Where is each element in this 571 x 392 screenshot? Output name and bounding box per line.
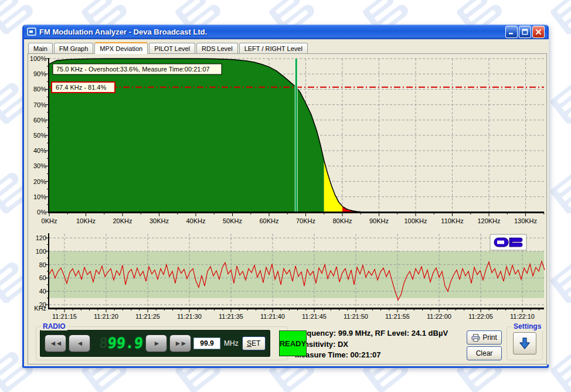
- printer-icon: [471, 334, 480, 342]
- arrow-down-icon: [518, 337, 531, 350]
- svg-text:120KHz: 120KHz: [477, 217, 500, 224]
- maximize-icon: [522, 29, 528, 35]
- svg-text:60: 60: [39, 274, 46, 281]
- control-bar: RADIO ◄◄ ◄ 899.9 ► ►► MHz SET READY Freq…: [36, 326, 543, 360]
- watermark-logo: [548, 0, 571, 36]
- watermark-logo: [548, 350, 571, 392]
- svg-text:0KHz: 0KHz: [42, 217, 57, 224]
- watermark-logo: [548, 171, 571, 216]
- svg-text:40: 40: [39, 288, 46, 295]
- rewind-icon: ◄◄: [50, 339, 62, 347]
- svg-text:90KHz: 90KHz: [369, 217, 389, 224]
- fast-forward-icon: ►►: [175, 339, 186, 347]
- app-icon: [27, 28, 36, 36]
- svg-text:100: 100: [36, 248, 46, 255]
- svg-text:20%: 20%: [33, 178, 46, 185]
- svg-text:0%: 0%: [37, 209, 46, 216]
- close-button[interactable]: [532, 26, 545, 38]
- clear-button[interactable]: Clear: [467, 346, 502, 360]
- svg-text:100%: 100%: [30, 56, 46, 62]
- title-bar[interactable]: FM Modulation Analyzer - Deva Broadcast …: [24, 25, 547, 39]
- svg-text:67.4 KHz - 81.4%: 67.4 KHz - 81.4%: [56, 84, 106, 91]
- frequency-rf-line: Frequency: 99.9 MHz, RF Level: 24.1 dBµV: [295, 328, 467, 339]
- svg-text:20KHz: 20KHz: [113, 217, 132, 224]
- maximize-button[interactable]: [519, 26, 531, 38]
- overshoot-annotation: 75.0 KHz - Overshoot:33.6%, Measure Time…: [53, 64, 222, 74]
- settings-group: Settings: [507, 326, 543, 360]
- radio-group-label: RADIO: [41, 322, 67, 330]
- svg-text:50KHz: 50KHz: [223, 217, 242, 224]
- tab-main[interactable]: Main: [28, 43, 53, 53]
- radio-group: RADIO ◄◄ ◄ 899.9 ► ►► MHz SET READY: [36, 326, 288, 360]
- action-buttons: Print Clear: [467, 330, 502, 360]
- frequency-display: 899.9: [92, 335, 144, 352]
- step-down-button[interactable]: ◄: [69, 335, 90, 352]
- svg-text:30%: 30%: [33, 162, 46, 169]
- frequency-input[interactable]: [193, 338, 220, 349]
- svg-text:10KHz: 10KHz: [76, 217, 96, 224]
- svg-text:11:21:35: 11:21:35: [219, 313, 243, 320]
- watermark-logo: [548, 261, 571, 305]
- measure-time-line: Measure Time: 00:21:07: [295, 350, 467, 361]
- close-icon: [535, 29, 542, 35]
- svg-text:50%: 50%: [33, 132, 46, 139]
- status-badge: READY: [279, 330, 307, 356]
- svg-text:11:21:15: 11:21:15: [52, 313, 77, 320]
- svg-text:60KHz: 60KHz: [259, 217, 278, 224]
- settings-group-label: Settings: [512, 322, 543, 330]
- tab-rds-level[interactable]: RDS Level: [196, 43, 238, 53]
- svg-text:40KHz: 40KHz: [186, 217, 205, 224]
- app-window: FM Modulation Analyzer - Deva Broadcast …: [22, 25, 549, 368]
- step-up-icon: ►: [154, 339, 159, 347]
- mhz-unit-label: MHz: [224, 339, 239, 347]
- minimize-icon: [508, 29, 515, 35]
- svg-text:80: 80: [39, 261, 46, 268]
- svg-text:130KHz: 130KHz: [514, 217, 537, 224]
- print-button[interactable]: Print: [467, 330, 502, 345]
- svg-text:11:21:55: 11:21:55: [385, 313, 410, 320]
- svg-text:11:22:05: 11:22:05: [468, 313, 493, 320]
- window-title: FM Modulation Analyzer - Deva Broadcast …: [39, 28, 504, 36]
- deva-logo: [490, 234, 526, 250]
- svg-text:90%: 90%: [33, 70, 46, 77]
- client-area: MainFM GraphMPX DeviationPILOT LevelRDS …: [26, 39, 549, 364]
- sensitivity-line: Sensitivity: DX: [295, 339, 467, 350]
- svg-text:70%: 70%: [33, 101, 46, 108]
- tuner-panel: ◄◄ ◄ 899.9 ► ►► MHz SET: [40, 330, 270, 357]
- svg-text:110KHz: 110KHz: [441, 217, 463, 224]
- svg-text:75.0 KHz - Overshoot:33.6%, Me: 75.0 KHz - Overshoot:33.6%, Measure Time…: [56, 66, 210, 73]
- svg-text:80%: 80%: [33, 86, 46, 93]
- svg-text:11:22:00: 11:22:00: [427, 313, 451, 320]
- svg-text:80KHz: 80KHz: [332, 217, 352, 224]
- tab-mpx-deviation[interactable]: MPX Deviation: [94, 42, 148, 54]
- khz-axis-unit: KHz: [34, 305, 46, 312]
- print-button-label: Print: [482, 333, 497, 342]
- measurement-status: Frequency: 99.9 MHz, RF Level: 24.1 dBµV…: [295, 326, 467, 360]
- minimize-button[interactable]: [505, 26, 518, 38]
- svg-text:11:21:50: 11:21:50: [344, 313, 368, 320]
- rewind-button[interactable]: ◄◄: [45, 335, 66, 352]
- deviation-history-chart: 20406080100120KHz11:21:1511:21:2011:21:2…: [28, 231, 545, 323]
- svg-text:11:21:40: 11:21:40: [260, 313, 285, 320]
- tab-fm-graph[interactable]: FM Graph: [54, 43, 94, 53]
- svg-text:10%: 10%: [33, 193, 46, 200]
- svg-text:100KHz: 100KHz: [404, 217, 427, 224]
- svg-text:11:22:10: 11:22:10: [510, 313, 535, 320]
- set-button[interactable]: SET: [242, 336, 266, 350]
- tab-left-right-level[interactable]: LEFT / RIGHT Level: [239, 43, 308, 53]
- svg-text:11:21:20: 11:21:20: [94, 313, 118, 320]
- set-button-label: S: [247, 339, 251, 347]
- fast-forward-button[interactable]: ►►: [169, 335, 191, 352]
- svg-text:60%: 60%: [33, 117, 46, 124]
- tab-pilot-level[interactable]: PILOT Level: [149, 43, 195, 53]
- step-up-button[interactable]: ►: [145, 335, 167, 352]
- svg-text:11:21:45: 11:21:45: [302, 313, 327, 320]
- tab-strip: MainFM GraphMPX DeviationPILOT LevelRDS …: [28, 41, 547, 53]
- svg-text:40%: 40%: [33, 147, 46, 154]
- cursor-annotation: 67.4 KHz - 81.4%: [52, 82, 115, 93]
- settings-button[interactable]: [513, 332, 536, 354]
- mpx-deviation-page: 0%10%20%30%40%50%60%70%80%90%100%0KHz10K…: [28, 53, 547, 364]
- deviation-area-yellow: [324, 161, 342, 212]
- safe-band: [49, 251, 544, 298]
- svg-text:120: 120: [36, 234, 46, 241]
